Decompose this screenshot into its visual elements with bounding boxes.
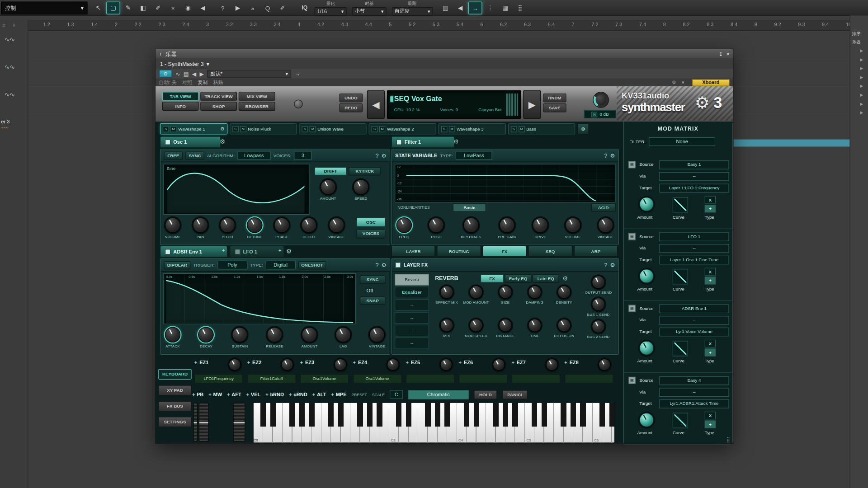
mod-type-plus-button[interactable]: + [705, 348, 716, 356]
performance-control[interactable]: + AFT [227, 392, 241, 397]
gear-icon[interactable]: ⚙ [672, 80, 676, 85]
performance-control[interactable]: + ALT [312, 392, 326, 397]
mod-amount-knob[interactable] [639, 197, 654, 211]
osc1-knob[interactable] [274, 217, 289, 233]
window-resize-grip[interactable]: ⣿ [726, 436, 731, 442]
mod-via-value[interactable]: -- [659, 316, 729, 325]
solo-icon[interactable]: S [511, 126, 517, 132]
timeline-ruler[interactable]: 1.21.31.422.22.32.433.23.33.444.24.34.45… [28, 20, 850, 31]
undo-button[interactable]: UNDO [340, 94, 363, 103]
util-button[interactable]: ▶ [231, 2, 245, 14]
xboard-button[interactable]: Xboard [692, 79, 730, 86]
mute-icon[interactable]: M [170, 126, 176, 132]
drift-button[interactable]: DRIFT [315, 167, 347, 175]
late-eq-button[interactable]: Late EQ [533, 274, 559, 282]
prev-preset-icon[interactable]: ◀ [192, 70, 196, 76]
mute-icon[interactable]: M [240, 126, 246, 132]
env-knob[interactable] [232, 327, 248, 343]
fx-knob[interactable] [469, 319, 482, 332]
black-keys[interactable] [254, 403, 614, 427]
add-icon[interactable]: + [159, 51, 162, 57]
mod-curve-selector[interactable] [673, 269, 688, 284]
chevron-down-icon[interactable]: ▾ [682, 80, 684, 85]
randomize-button[interactable]: RNDM [543, 94, 566, 103]
compare-button[interactable]: 对照 [182, 79, 192, 86]
fx-knob[interactable] [469, 286, 482, 299]
expand-arrow-icon[interactable]: ▶ [860, 111, 863, 115]
lfo1-tab[interactable]: LFO 1 [230, 246, 284, 258]
filter-response-display[interactable]: 120-12-24-36 [395, 164, 616, 202]
mod-curve-selector[interactable] [673, 341, 688, 356]
move-icon[interactable]: + [511, 360, 514, 365]
osc1-knob[interactable] [247, 217, 262, 233]
pin-icon[interactable]: ↧ [718, 51, 723, 57]
gear-icon[interactable]: ⚙ [453, 138, 459, 145]
osc-mode-button[interactable]: OSC [357, 217, 386, 227]
plugin-power-toggle[interactable]: ⊙ [159, 70, 172, 77]
ez-assignment[interactable]: Osc1Volume [353, 374, 402, 384]
move-icon[interactable]: + [278, 248, 281, 253]
performance-control[interactable]: + uRND [289, 392, 307, 397]
mod-source-value[interactable]: Easy 1 [659, 160, 729, 169]
performance-control[interactable]: + PB [192, 392, 203, 397]
util-button[interactable]: Q [261, 2, 275, 14]
gear-icon[interactable]: ⚙ [382, 152, 387, 158]
expand-arrow-icon[interactable]: ▶ [860, 66, 863, 71]
filter-knob[interactable] [565, 217, 580, 233]
master-volume-knob[interactable] [593, 92, 609, 108]
fx-knob[interactable] [557, 319, 571, 332]
transfer-icon[interactable]: → [295, 70, 300, 76]
pitch-ribbon[interactable] [193, 403, 198, 441]
mod-source-value[interactable]: Easy 4 [659, 376, 729, 385]
env-knob[interactable] [369, 327, 385, 343]
expand-arrow-icon[interactable]: ▶ [860, 93, 863, 98]
fx-send-knob[interactable] [592, 276, 605, 289]
mod-type-plus-button[interactable]: + [705, 277, 716, 284]
help-icon[interactable]: ? [604, 152, 607, 158]
preset-dropdown[interactable]: 默认* ▾ [207, 70, 291, 78]
close-icon[interactable]: × [726, 51, 730, 57]
sort-label[interactable]: 排序... [852, 31, 864, 37]
fx-knob[interactable] [440, 286, 453, 299]
layer-mid-tab[interactable]: FX [483, 246, 527, 257]
toolbar-toggle[interactable]: → [468, 2, 482, 14]
fx-knob[interactable] [528, 319, 541, 332]
pitch-bend-wheel[interactable] [199, 403, 209, 441]
toolbar-toggle[interactable]: ⣿ [513, 2, 527, 14]
mod-curve-selector[interactable] [673, 197, 688, 212]
adsr-env1-tab[interactable]: ADSR Env 1 [160, 246, 227, 258]
fx-send-knob[interactable] [592, 298, 605, 311]
gear-icon[interactable]: ⚙ [286, 248, 292, 255]
osc1-knob[interactable] [193, 217, 208, 233]
move-icon[interactable]: + [194, 360, 197, 365]
move-icon[interactable]: + [406, 360, 409, 365]
util-button[interactable]: ? [216, 2, 230, 14]
next-preset-big-button[interactable]: ▶ [523, 90, 541, 119]
gear-icon[interactable]: ⚙ [610, 262, 615, 268]
menu-icon[interactable]: ≡ [2, 22, 6, 28]
osc1-knob[interactable] [301, 217, 316, 233]
osc-tab[interactable]: S M Waveshape 3 ⚙ [439, 123, 506, 134]
osc-tab[interactable]: S M Noise Pluck ⚙ [230, 123, 297, 134]
env-sync-button[interactable]: SYNC [360, 276, 385, 284]
ez-assignment[interactable]: LFO1Frequency [194, 374, 243, 384]
osc1-knob[interactable] [220, 217, 235, 233]
tool-button[interactable]: ◉ [181, 2, 195, 14]
nav-tab[interactable]: SHOP [200, 102, 237, 111]
fx-knob[interactable] [499, 319, 512, 332]
help-icon[interactable]: ? [376, 262, 379, 268]
fx-knob[interactable] [499, 286, 512, 299]
drift-amount-knob[interactable] [321, 179, 336, 195]
mute-icon[interactable]: M [379, 126, 385, 132]
solo-icon[interactable]: S [372, 126, 377, 132]
nav-tab[interactable]: INFO [162, 102, 199, 111]
automation-curve-icon[interactable]: ∿ [175, 70, 180, 76]
help-icon[interactable]: ? [376, 152, 379, 158]
expand-arrow-icon[interactable]: ▶ [860, 49, 863, 53]
env-knob[interactable] [335, 327, 351, 343]
move-icon[interactable]: + [300, 360, 303, 365]
tool-button[interactable]: ↖ [91, 2, 105, 14]
ez-knob[interactable] [387, 358, 399, 371]
hold-button[interactable]: HOLD [474, 390, 497, 399]
solo-icon[interactable]: S [163, 126, 169, 132]
